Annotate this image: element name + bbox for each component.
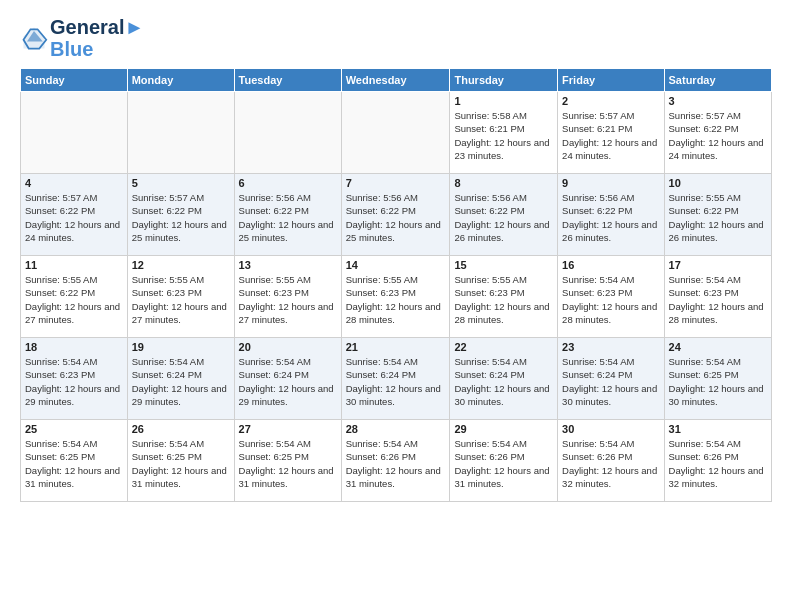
weekday-header: Tuesday — [234, 69, 341, 92]
day-number: 20 — [239, 341, 337, 353]
calendar-cell: 15Sunrise: 5:55 AMSunset: 6:23 PMDayligh… — [450, 256, 558, 338]
calendar-cell: 5Sunrise: 5:57 AMSunset: 6:22 PMDaylight… — [127, 174, 234, 256]
day-info: Sunrise: 5:54 AMSunset: 6:25 PMDaylight:… — [239, 437, 337, 490]
day-number: 18 — [25, 341, 123, 353]
calendar-cell — [127, 92, 234, 174]
calendar-cell: 30Sunrise: 5:54 AMSunset: 6:26 PMDayligh… — [558, 420, 664, 502]
calendar-cell: 7Sunrise: 5:56 AMSunset: 6:22 PMDaylight… — [341, 174, 450, 256]
calendar-header-row: SundayMondayTuesdayWednesdayThursdayFrid… — [21, 69, 772, 92]
day-number: 28 — [346, 423, 446, 435]
calendar-cell: 3Sunrise: 5:57 AMSunset: 6:22 PMDaylight… — [664, 92, 771, 174]
calendar-cell: 17Sunrise: 5:54 AMSunset: 6:23 PMDayligh… — [664, 256, 771, 338]
weekday-header: Friday — [558, 69, 664, 92]
day-info: Sunrise: 5:55 AMSunset: 6:22 PMDaylight:… — [25, 273, 123, 326]
day-number: 27 — [239, 423, 337, 435]
day-info: Sunrise: 5:54 AMSunset: 6:26 PMDaylight:… — [454, 437, 553, 490]
calendar-cell — [234, 92, 341, 174]
day-number: 8 — [454, 177, 553, 189]
day-info: Sunrise: 5:55 AMSunset: 6:23 PMDaylight:… — [132, 273, 230, 326]
calendar-cell — [21, 92, 128, 174]
calendar-cell: 4Sunrise: 5:57 AMSunset: 6:22 PMDaylight… — [21, 174, 128, 256]
day-info: Sunrise: 5:54 AMSunset: 6:26 PMDaylight:… — [346, 437, 446, 490]
calendar-cell: 18Sunrise: 5:54 AMSunset: 6:23 PMDayligh… — [21, 338, 128, 420]
calendar-week-row: 11Sunrise: 5:55 AMSunset: 6:22 PMDayligh… — [21, 256, 772, 338]
day-info: Sunrise: 5:54 AMSunset: 6:25 PMDaylight:… — [669, 355, 767, 408]
page-header: General► Blue — [20, 16, 772, 60]
day-number: 1 — [454, 95, 553, 107]
day-number: 6 — [239, 177, 337, 189]
day-info: Sunrise: 5:57 AMSunset: 6:22 PMDaylight:… — [25, 191, 123, 244]
day-info: Sunrise: 5:54 AMSunset: 6:24 PMDaylight:… — [346, 355, 446, 408]
day-info: Sunrise: 5:54 AMSunset: 6:23 PMDaylight:… — [25, 355, 123, 408]
day-info: Sunrise: 5:55 AMSunset: 6:23 PMDaylight:… — [239, 273, 337, 326]
day-info: Sunrise: 5:57 AMSunset: 6:21 PMDaylight:… — [562, 109, 659, 162]
day-info: Sunrise: 5:54 AMSunset: 6:24 PMDaylight:… — [454, 355, 553, 408]
calendar-cell: 27Sunrise: 5:54 AMSunset: 6:25 PMDayligh… — [234, 420, 341, 502]
calendar-cell: 31Sunrise: 5:54 AMSunset: 6:26 PMDayligh… — [664, 420, 771, 502]
day-number: 23 — [562, 341, 659, 353]
logo-text: General► Blue — [50, 16, 144, 60]
calendar-cell — [341, 92, 450, 174]
calendar-cell: 26Sunrise: 5:54 AMSunset: 6:25 PMDayligh… — [127, 420, 234, 502]
day-number: 24 — [669, 341, 767, 353]
weekday-header: Saturday — [664, 69, 771, 92]
calendar-cell: 19Sunrise: 5:54 AMSunset: 6:24 PMDayligh… — [127, 338, 234, 420]
calendar-cell: 1Sunrise: 5:58 AMSunset: 6:21 PMDaylight… — [450, 92, 558, 174]
day-info: Sunrise: 5:58 AMSunset: 6:21 PMDaylight:… — [454, 109, 553, 162]
day-number: 22 — [454, 341, 553, 353]
calendar-cell: 23Sunrise: 5:54 AMSunset: 6:24 PMDayligh… — [558, 338, 664, 420]
logo: General► Blue — [20, 16, 144, 60]
calendar-cell: 9Sunrise: 5:56 AMSunset: 6:22 PMDaylight… — [558, 174, 664, 256]
day-number: 13 — [239, 259, 337, 271]
weekday-header: Wednesday — [341, 69, 450, 92]
day-number: 2 — [562, 95, 659, 107]
day-info: Sunrise: 5:55 AMSunset: 6:23 PMDaylight:… — [346, 273, 446, 326]
day-info: Sunrise: 5:55 AMSunset: 6:22 PMDaylight:… — [669, 191, 767, 244]
calendar-week-row: 4Sunrise: 5:57 AMSunset: 6:22 PMDaylight… — [21, 174, 772, 256]
day-number: 14 — [346, 259, 446, 271]
calendar-table: SundayMondayTuesdayWednesdayThursdayFrid… — [20, 68, 772, 502]
day-info: Sunrise: 5:56 AMSunset: 6:22 PMDaylight:… — [346, 191, 446, 244]
calendar-week-row: 1Sunrise: 5:58 AMSunset: 6:21 PMDaylight… — [21, 92, 772, 174]
calendar-cell: 14Sunrise: 5:55 AMSunset: 6:23 PMDayligh… — [341, 256, 450, 338]
day-number: 12 — [132, 259, 230, 271]
day-number: 9 — [562, 177, 659, 189]
day-info: Sunrise: 5:54 AMSunset: 6:23 PMDaylight:… — [669, 273, 767, 326]
calendar-cell: 24Sunrise: 5:54 AMSunset: 6:25 PMDayligh… — [664, 338, 771, 420]
calendar-cell: 13Sunrise: 5:55 AMSunset: 6:23 PMDayligh… — [234, 256, 341, 338]
day-info: Sunrise: 5:54 AMSunset: 6:24 PMDaylight:… — [562, 355, 659, 408]
calendar-week-row: 18Sunrise: 5:54 AMSunset: 6:23 PMDayligh… — [21, 338, 772, 420]
calendar-page: General► Blue SundayMondayTuesdayWednesd… — [0, 0, 792, 612]
day-number: 30 — [562, 423, 659, 435]
day-info: Sunrise: 5:56 AMSunset: 6:22 PMDaylight:… — [239, 191, 337, 244]
day-number: 26 — [132, 423, 230, 435]
calendar-cell: 8Sunrise: 5:56 AMSunset: 6:22 PMDaylight… — [450, 174, 558, 256]
weekday-header: Thursday — [450, 69, 558, 92]
day-number: 21 — [346, 341, 446, 353]
calendar-cell: 12Sunrise: 5:55 AMSunset: 6:23 PMDayligh… — [127, 256, 234, 338]
day-number: 11 — [25, 259, 123, 271]
calendar-cell: 28Sunrise: 5:54 AMSunset: 6:26 PMDayligh… — [341, 420, 450, 502]
day-number: 3 — [669, 95, 767, 107]
calendar-week-row: 25Sunrise: 5:54 AMSunset: 6:25 PMDayligh… — [21, 420, 772, 502]
day-number: 17 — [669, 259, 767, 271]
day-number: 29 — [454, 423, 553, 435]
day-info: Sunrise: 5:54 AMSunset: 6:25 PMDaylight:… — [25, 437, 123, 490]
calendar-cell: 21Sunrise: 5:54 AMSunset: 6:24 PMDayligh… — [341, 338, 450, 420]
day-info: Sunrise: 5:55 AMSunset: 6:23 PMDaylight:… — [454, 273, 553, 326]
calendar-cell: 29Sunrise: 5:54 AMSunset: 6:26 PMDayligh… — [450, 420, 558, 502]
weekday-header: Monday — [127, 69, 234, 92]
day-number: 7 — [346, 177, 446, 189]
day-number: 4 — [25, 177, 123, 189]
day-info: Sunrise: 5:54 AMSunset: 6:24 PMDaylight:… — [239, 355, 337, 408]
day-number: 19 — [132, 341, 230, 353]
day-info: Sunrise: 5:56 AMSunset: 6:22 PMDaylight:… — [454, 191, 553, 244]
day-info: Sunrise: 5:54 AMSunset: 6:23 PMDaylight:… — [562, 273, 659, 326]
calendar-cell: 25Sunrise: 5:54 AMSunset: 6:25 PMDayligh… — [21, 420, 128, 502]
day-number: 10 — [669, 177, 767, 189]
day-info: Sunrise: 5:54 AMSunset: 6:26 PMDaylight:… — [562, 437, 659, 490]
weekday-header: Sunday — [21, 69, 128, 92]
day-number: 25 — [25, 423, 123, 435]
day-info: Sunrise: 5:57 AMSunset: 6:22 PMDaylight:… — [669, 109, 767, 162]
calendar-cell: 6Sunrise: 5:56 AMSunset: 6:22 PMDaylight… — [234, 174, 341, 256]
